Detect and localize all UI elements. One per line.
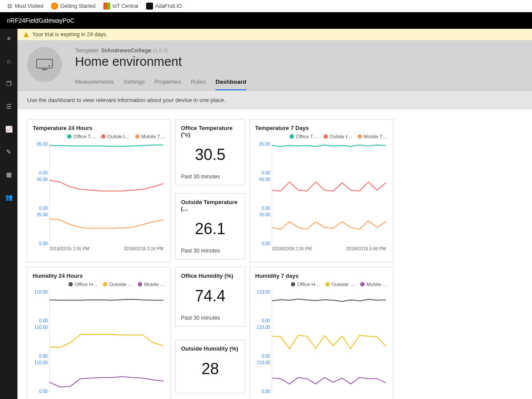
- card-kpi-outside-humidity[interactable]: Outside Humidity (%) 28: [175, 340, 245, 393]
- legend-label: Mobile …: [144, 282, 165, 287]
- bookmark-adafruit[interactable]: AdaFruit.IO: [146, 3, 182, 10]
- legend-dot-icon: [103, 282, 107, 286]
- card-kpi-office-temp[interactable]: Office Temperature (°c) 30.5 Past 30 min…: [175, 119, 245, 185]
- warning-text: Your trial is expiring in 24 days.: [32, 31, 108, 38]
- svg-text:2018/02/16 5:48 PM: 2018/02/16 5:48 PM: [346, 246, 386, 251]
- bookmark-iot-central[interactable]: IoT Central: [103, 3, 138, 10]
- legend-label: Outide t…: [330, 134, 352, 139]
- bookmark-most-visited[interactable]: ⚙ Most Visited: [7, 3, 43, 10]
- trial-warning-banner: Your trial is expiring in 24 days.: [17, 29, 532, 40]
- svg-text:110.00: 110.00: [256, 361, 270, 365]
- svg-text:110.00: 110.00: [256, 325, 270, 330]
- kpi-value: 26.1: [181, 220, 239, 238]
- kpi-sub: Past 30 minutes: [181, 315, 239, 321]
- legend-dot-icon: [291, 282, 295, 286]
- tab-dashboard[interactable]: Dashboard: [215, 76, 246, 90]
- legend-dot-icon: [324, 134, 328, 139]
- legend-label: Outide t…: [107, 134, 130, 139]
- svg-text:2018/02/15 2:55 PM: 2018/02/15 2:55 PM: [50, 246, 89, 251]
- device-header: Template: StAndrewsCollege (1.0.0) Home …: [17, 40, 532, 91]
- app-title-bar: nRF24FieldGatewayPoC: [0, 12, 532, 29]
- bookmark-label: AdaFruit.IO: [155, 3, 182, 9]
- chart-legend: Office H… Outside … Mobile …: [255, 282, 388, 287]
- card-temperature-24h[interactable]: Temperature 24 Hours Office T… Outide t……: [27, 119, 171, 263]
- chart-svg: 35.000.0040.000.0035.000.002018/02/09 2:…: [255, 141, 388, 256]
- svg-text:0.00: 0.00: [39, 318, 48, 323]
- svg-text:2018/02/16 3:24 PM: 2018/02/16 3:24 PM: [124, 246, 164, 251]
- sidebar-toggle-icon[interactable]: ≡: [2, 31, 16, 45]
- dashboard-description: Use the dashboard to view relevant infor…: [17, 91, 532, 109]
- chart-legend: Office T… Outide t… Mobile T…: [33, 134, 165, 139]
- svg-point-2: [48, 65, 50, 67]
- bookmark-label: Getting Started: [60, 3, 95, 9]
- card-title: Humidity 7 days: [255, 273, 388, 279]
- warning-icon: [24, 32, 29, 37]
- tab-rules[interactable]: Rules: [191, 76, 206, 90]
- chart-svg: 110.000.00110.000.00110.000.00: [255, 289, 388, 395]
- kpi-title: Outside Temperature (…: [181, 199, 239, 212]
- card-title: Humidity 24 Hours: [33, 273, 165, 279]
- kpi-sub: Past 30 minutes: [181, 174, 239, 180]
- sidebar-apps-icon[interactable]: ▦: [2, 167, 16, 181]
- sidebar-admin-icon[interactable]: 👥: [2, 190, 16, 204]
- legend-dot-icon: [290, 134, 294, 139]
- sidebar-analytics-icon[interactable]: 📈: [2, 122, 16, 136]
- gear-icon: ⚙: [7, 3, 13, 10]
- svg-text:0.00: 0.00: [262, 171, 270, 175]
- adafruit-icon: [146, 3, 153, 10]
- template-label: Template:: [75, 47, 99, 54]
- card-title: Temperature 24 Hours: [33, 125, 165, 131]
- legend-label: Mobile T…: [141, 134, 165, 139]
- template-version: (1.0.0): [153, 48, 168, 54]
- card-kpi-office-humidity[interactable]: Office Humidity (%) 74.4 Past 30 minutes: [175, 267, 245, 327]
- svg-rect-1: [42, 69, 47, 70]
- svg-text:0.00: 0.00: [39, 171, 48, 175]
- legend-dot-icon: [67, 134, 72, 139]
- sidebar-edit-icon[interactable]: ✎: [2, 145, 16, 159]
- legend-dot-icon: [138, 282, 142, 286]
- sidebar-sets-icon[interactable]: ☰: [2, 99, 16, 113]
- kpi-value: 28: [181, 360, 239, 378]
- svg-text:40.00: 40.00: [259, 177, 270, 182]
- legend-dot-icon: [325, 282, 330, 286]
- bookmark-label: IoT Central: [113, 3, 138, 9]
- dashboard-grid: Temperature 24 Hours Office T… Outide t……: [17, 109, 532, 399]
- svg-text:0.00: 0.00: [262, 241, 270, 246]
- chart-legend: Office T… Outide t… Mobile T…: [255, 134, 388, 139]
- legend-label: Mobile T…: [364, 134, 388, 139]
- svg-text:0.00: 0.00: [39, 354, 48, 359]
- svg-text:2018/02/09 2:26 PM: 2018/02/09 2:26 PM: [272, 246, 312, 251]
- card-title: Temperature 7 Days: [255, 125, 388, 131]
- dashboard-description-text: Use the dashboard to view relevant infor…: [27, 97, 225, 103]
- app-title: nRF24FieldGatewayPoC: [7, 17, 75, 24]
- svg-text:35.00: 35.00: [259, 212, 270, 217]
- legend-label: Outside …: [331, 282, 355, 287]
- chart-svg: 110.000.00110.000.00110.000.00: [33, 289, 165, 395]
- kpi-title: Office Humidity (%): [181, 273, 239, 279]
- device-avatar-icon: [27, 47, 62, 82]
- bookmark-label: Most Visited: [15, 3, 43, 9]
- card-kpi-outside-temp[interactable]: Outside Temperature (… 26.1 Past 30 minu…: [175, 193, 245, 259]
- legend-dot-icon: [358, 134, 362, 139]
- sidebar-home-icon[interactable]: ⌂: [2, 54, 16, 68]
- device-tabs: Measurements Settings Properties Rules D…: [75, 76, 246, 90]
- chart-svg: 35.000.0040.000.0035.000.002018/02/15 2:…: [33, 141, 165, 256]
- sidebar-explorer-icon[interactable]: ❐: [2, 77, 16, 91]
- main-content: Your trial is expiring in 24 days. Templ…: [17, 29, 532, 399]
- svg-text:0.00: 0.00: [39, 206, 48, 211]
- legend-dot-icon: [68, 282, 73, 286]
- template-name: StAndrewsCollege: [101, 47, 151, 54]
- svg-text:0.00: 0.00: [262, 389, 270, 394]
- tab-measurements[interactable]: Measurements: [75, 76, 114, 90]
- legend-label: Office T…: [296, 134, 318, 139]
- svg-text:40.00: 40.00: [37, 177, 48, 182]
- card-humidity-24h[interactable]: Humidity 24 Hours Office H… Outside … Mo…: [27, 267, 171, 399]
- bookmark-getting-started[interactable]: Getting Started: [51, 3, 95, 10]
- legend-dot-icon: [135, 134, 140, 139]
- tab-settings[interactable]: Settings: [123, 76, 145, 90]
- card-temperature-7d[interactable]: Temperature 7 Days Office T… Outide t… M…: [249, 119, 393, 263]
- microsoft-icon: [103, 3, 110, 10]
- card-humidity-7d[interactable]: Humidity 7 days Office H… Outside … Mobi…: [249, 267, 393, 399]
- page-title: Home environment: [75, 55, 246, 69]
- tab-properties[interactable]: Properties: [154, 76, 181, 90]
